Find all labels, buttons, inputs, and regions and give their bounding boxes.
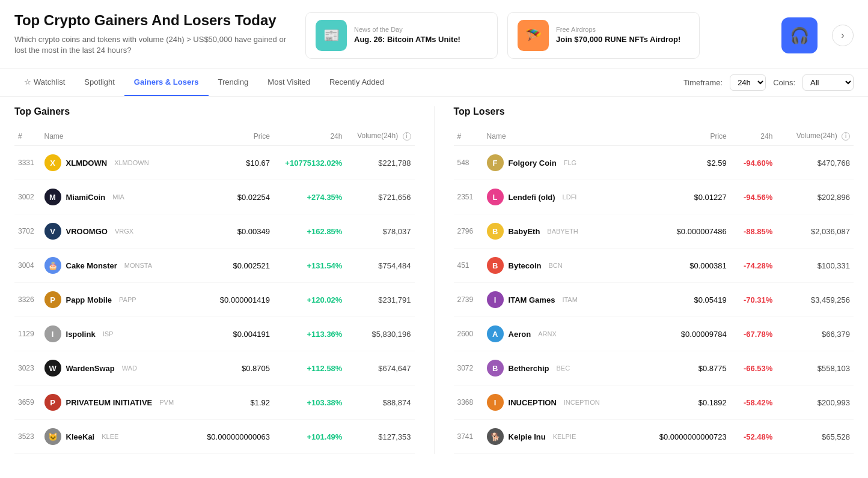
name-cell[interactable]: V VROOMGO VRGX xyxy=(41,214,195,249)
losers-table: #NamePrice24hVolume(24h) i 548 F Folgory… xyxy=(454,127,854,454)
star-icon: ☆ xyxy=(24,77,31,86)
name-cell[interactable]: A Aeron ARNX xyxy=(483,317,636,351)
coin-symbol: MIA xyxy=(112,193,124,201)
name-cell[interactable]: M MiamiCoin MIA xyxy=(41,180,195,214)
name-cell[interactable]: 🐱 KleeKai KLEE xyxy=(41,420,195,454)
nav-item-gainers-losers[interactable]: Gainers & Losers xyxy=(124,69,209,96)
name-cell[interactable]: L Lendefi (old) LDFI xyxy=(483,180,636,214)
table-row[interactable]: 3331 X XLMDOWN XLMDOWN $10.67+10775132.0… xyxy=(14,146,415,180)
coin-name: Folgory Coin xyxy=(509,159,557,168)
nav-controls: Timeframe: 24h 7d 30d Coins: All Top 100 xyxy=(683,74,854,91)
coin-symbol: BCN xyxy=(549,262,563,269)
name-cell[interactable]: P PRIVATEUM INITIATIVE PVM xyxy=(41,386,195,420)
rank-cell: 3331 xyxy=(14,146,41,180)
volume-info-icon[interactable]: i xyxy=(403,132,411,141)
change-cell: +103.38% xyxy=(274,386,346,420)
coin-name: XLMDOWN xyxy=(66,159,108,168)
volume-cell: $127,353 xyxy=(346,420,414,454)
table-row[interactable]: 3741 🐕 Kelpie Inu KELPIE $0.000000000072… xyxy=(454,420,854,454)
table-row[interactable]: 2739 I ITAM Games ITAM $0.05419-70.31%$3… xyxy=(454,283,854,317)
table-row[interactable]: 3002 M MiamiCoin MIA $0.02254+274.35%$72… xyxy=(14,180,415,214)
table-row[interactable]: 3702 V VROOMGO VRGX $0.00349+162.85%$78,… xyxy=(14,214,415,249)
coin-logo: A xyxy=(487,325,504,342)
table-row[interactable]: 1129 I Ispolink ISP $0.004191+113.36%$5,… xyxy=(14,317,415,351)
coin-name: Papp Mobile xyxy=(66,295,112,304)
name-cell[interactable]: B BabyEth BABYETH xyxy=(483,214,636,249)
table-row[interactable]: 3072 B Betherchip BEC $0.8775-66.53%$558… xyxy=(454,351,854,386)
price-cell: $0.002521 xyxy=(195,249,274,283)
top-section: Top Crypto Gainers And Losers Today Whic… xyxy=(0,0,868,69)
col-header-volume-24h-: Volume(24h) i xyxy=(776,127,854,146)
change-cell: -66.53% xyxy=(730,351,777,386)
table-row[interactable]: 3659 P PRIVATEUM INITIATIVE PVM $1.92+10… xyxy=(14,386,415,420)
nav-item-spotlight[interactable]: Spotlight xyxy=(75,69,124,96)
price-cell: $0.8775 xyxy=(635,351,730,386)
volume-cell: $200,993 xyxy=(776,386,854,420)
name-cell[interactable]: F Folgory Coin FLG xyxy=(483,146,636,180)
name-cell[interactable]: I Ispolink ISP xyxy=(41,317,195,351)
rank-cell: 3004 xyxy=(14,249,41,283)
timeframe-label: Timeframe: xyxy=(683,78,723,87)
promo-card[interactable]: 🎧 xyxy=(781,17,818,53)
col-header-volume-24h-: Volume(24h) i xyxy=(346,127,414,146)
rank-cell: 3072 xyxy=(454,351,483,386)
rank-cell: 3702 xyxy=(14,214,41,249)
col-header--: # xyxy=(454,127,483,146)
coin-symbol: MONSTA xyxy=(124,262,152,269)
volume-cell: $221,788 xyxy=(346,146,414,180)
table-row[interactable]: 2796 B BabyEth BABYETH $0.000007486-88.8… xyxy=(454,214,854,249)
table-row[interactable]: 2600 A Aeron ARNX $0.00009784-67.78%$66,… xyxy=(454,317,854,351)
coin-symbol: PVM xyxy=(159,399,174,406)
nav-item-watchlist[interactable]: ☆Watchlist xyxy=(14,69,75,96)
name-cell[interactable]: P Papp Mobile PAPP xyxy=(41,283,195,317)
coin-name: MiamiCoin xyxy=(66,193,106,202)
rank-cell: 1129 xyxy=(14,317,41,351)
table-row[interactable]: 451 B Bytecoin BCN $0.000381-74.28%$100,… xyxy=(454,249,854,283)
title-block: Top Crypto Gainers And Losers Today Whic… xyxy=(14,12,291,56)
col-header--: # xyxy=(14,127,41,146)
name-cell[interactable]: B Betherchip BEC xyxy=(483,351,636,386)
news-card-news1[interactable]: 📰 News of the Day Aug. 26: Bitcoin ATMs … xyxy=(305,12,498,59)
table-row[interactable]: 3368 I INUCEPTION INCEPTION $0.1892-58.4… xyxy=(454,386,854,420)
volume-cell: $754,484 xyxy=(346,249,414,283)
price-cell: $0.8705 xyxy=(195,351,274,386)
page-subtitle: Which crypto coins and tokens with volum… xyxy=(14,34,291,56)
change-cell: +113.36% xyxy=(274,317,346,351)
name-cell[interactable]: X XLMDOWN XLMDOWN xyxy=(41,146,195,180)
table-row[interactable]: 3523 🐱 KleeKai KLEE $0.000000000063+101.… xyxy=(14,420,415,454)
coin-name: Cake Monster xyxy=(66,261,117,270)
rank-cell: 3326 xyxy=(14,283,41,317)
volume-info-icon[interactable]: i xyxy=(842,132,850,141)
change-cell: -88.85% xyxy=(730,214,777,249)
coin-name: Bytecoin xyxy=(509,261,542,270)
table-row[interactable]: 548 F Folgory Coin FLG $2.59-94.60%$470,… xyxy=(454,146,854,180)
name-cell[interactable]: I INUCEPTION INCEPTION xyxy=(483,386,636,420)
name-cell[interactable]: B Bytecoin BCN xyxy=(483,249,636,283)
nav-item-trending[interactable]: Trending xyxy=(209,69,258,96)
volume-cell: $88,874 xyxy=(346,386,414,420)
timeframe-select[interactable]: 24h 7d 30d xyxy=(730,74,766,91)
more-button[interactable]: › xyxy=(832,25,854,46)
volume-cell: $231,791 xyxy=(346,283,414,317)
name-cell[interactable]: I ITAM Games ITAM xyxy=(483,283,636,317)
coin-symbol: FLG xyxy=(564,159,576,166)
volume-cell: $2,036,087 xyxy=(776,214,854,249)
coin-logo: W xyxy=(44,360,61,377)
nav-item-recently-added[interactable]: Recently Added xyxy=(320,69,394,96)
coin-logo: I xyxy=(487,394,504,411)
volume-cell: $674,647 xyxy=(346,351,414,386)
table-row[interactable]: 3004 🎂 Cake Monster MONSTA $0.002521+131… xyxy=(14,249,415,283)
table-row[interactable]: 3023 W WardenSwap WAD $0.8705+112.58%$67… xyxy=(14,351,415,386)
news-card-news2[interactable]: 🪂 Free Airdrops Join $70,000 RUNE NFTs A… xyxy=(507,12,700,59)
coin-logo: P xyxy=(44,394,61,411)
coin-symbol: ITAM xyxy=(562,296,577,303)
name-cell[interactable]: 🎂 Cake Monster MONSTA xyxy=(41,249,195,283)
table-row[interactable]: 3326 P Papp Mobile PAPP $0.000001419+120… xyxy=(14,283,415,317)
name-cell[interactable]: W WardenSwap WAD xyxy=(41,351,195,386)
coins-select[interactable]: All Top 100 xyxy=(802,74,854,91)
nav-item-most-visited[interactable]: Most Visited xyxy=(258,69,320,96)
table-row[interactable]: 2351 L Lendefi (old) LDFI $0.01227-94.56… xyxy=(454,180,854,214)
coin-symbol: INCEPTION xyxy=(564,399,600,406)
col-header-price: Price xyxy=(195,127,274,146)
name-cell[interactable]: 🐕 Kelpie Inu KELPIE xyxy=(483,420,636,454)
